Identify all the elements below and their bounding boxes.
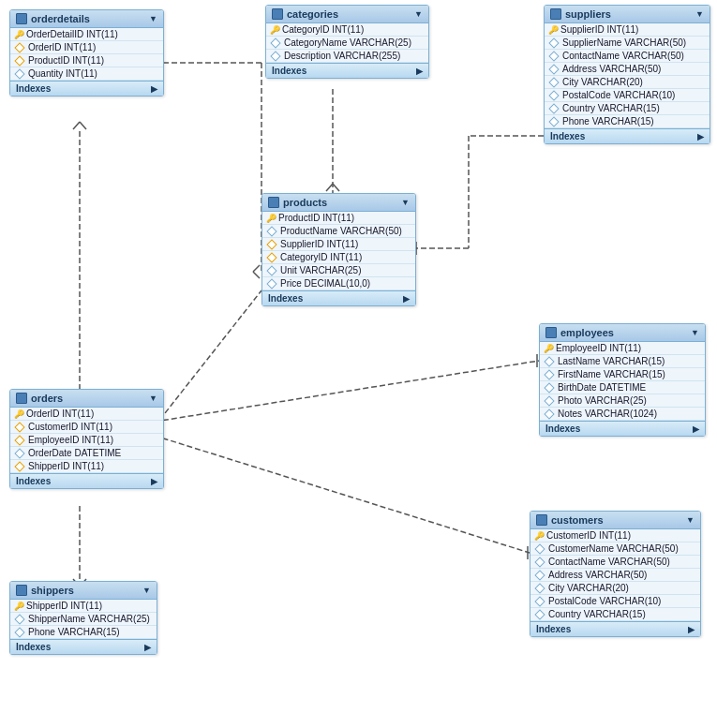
table-employees[interactable]: employees ▼ 🔑 EmployeeID INT(11) LastNam… <box>539 323 706 437</box>
diamond-icon-country-sup <box>548 103 559 113</box>
fk-icon-supplierid-prod <box>266 239 276 249</box>
svg-line-17 <box>155 290 261 426</box>
indexes-employees[interactable]: Indexes ▶ <box>540 421 705 436</box>
indexes-customers[interactable]: Indexes ▶ <box>530 621 700 636</box>
header-arrow-categories: ▼ <box>414 9 423 19</box>
header-arrow-employees: ▼ <box>691 328 699 337</box>
indexes-products[interactable]: Indexes ▶ <box>262 290 415 305</box>
diamond-icon-shippername <box>14 614 24 624</box>
field-phone-ship: Phone VARCHAR(15) <box>10 626 157 639</box>
svg-line-14 <box>80 122 86 129</box>
field-city-sup: City VARCHAR(20) <box>545 76 710 89</box>
key-icon-supplierid: 🔑 <box>548 25 558 35</box>
table-products[interactable]: products ▼ 🔑 ProductID INT(11) ProductNa… <box>261 193 416 306</box>
key-icon-orderid-ord: 🔑 <box>14 409 23 419</box>
svg-line-10 <box>253 265 260 272</box>
diamond-icon-city-cust <box>534 583 545 593</box>
field-contactname-sup: ContactName VARCHAR(50) <box>545 50 710 63</box>
diamond-icon-contactname-cust <box>534 557 545 567</box>
key-icon-orderdetailid: 🔑 <box>14 30 23 39</box>
field-productname: ProductName VARCHAR(50) <box>262 225 415 238</box>
diamond-icon-country-cust <box>534 609 545 619</box>
table-name-employees: employees <box>560 327 614 338</box>
table-icon-shippers <box>16 585 27 596</box>
field-customerid-cust: 🔑 CustomerID INT(11) <box>530 529 700 542</box>
indexes-arrow-shippers: ▶ <box>144 643 151 652</box>
field-price-prod: Price DECIMAL(10,0) <box>262 277 415 290</box>
table-header-employees: employees ▼ <box>540 324 705 342</box>
diamond-icon-postalcode-sup <box>548 90 559 100</box>
field-country-sup: Country VARCHAR(15) <box>545 102 710 115</box>
field-description-cat: Description VARCHAR(255) <box>266 50 428 63</box>
fk-icon-orderid-od <box>14 42 24 52</box>
indexes-orders[interactable]: Indexes ▶ <box>10 473 163 488</box>
field-orderdate-ord: OrderDate DATETIME <box>10 447 163 460</box>
diamond-icon-lastname-emp <box>544 356 554 366</box>
indexes-arrow-suppliers: ▶ <box>697 132 704 141</box>
svg-line-20 <box>155 436 530 553</box>
table-orders[interactable]: orders ▼ 🔑 OrderID INT(11) CustomerID IN… <box>9 389 164 489</box>
field-categoryname: CategoryName VARCHAR(25) <box>266 37 428 50</box>
table-name-customers: customers <box>551 514 604 526</box>
fk-icon-productid-od <box>14 55 24 66</box>
field-employeeid-ord: EmployeeID INT(11) <box>10 434 163 447</box>
diamond-icon-photo-emp <box>544 395 554 406</box>
header-arrow-customers: ▼ <box>686 515 695 525</box>
field-birthdate-emp: BirthDate DATETIME <box>540 381 705 394</box>
indexes-arrow-orderdetails: ▶ <box>151 84 157 94</box>
field-unit-prod: Unit VARCHAR(25) <box>262 264 415 277</box>
diamond-icon-city-sup <box>548 77 559 87</box>
header-arrow-shippers: ▼ <box>142 586 151 595</box>
table-header-shippers: shippers ▼ <box>10 582 157 600</box>
field-customername-cust: CustomerName VARCHAR(50) <box>530 542 700 556</box>
svg-line-2 <box>333 184 339 191</box>
key-icon-employeeid: 🔑 <box>544 344 553 353</box>
table-header-orderdetails: orderdetails ▼ <box>10 10 163 28</box>
diamond-icon-firstname-emp <box>544 369 554 379</box>
svg-line-11 <box>253 272 260 278</box>
diamond-icon-notes-emp <box>544 409 554 419</box>
header-arrow-orderdetails: ▼ <box>149 14 157 23</box>
table-icon-orderdetails <box>16 13 27 24</box>
indexes-arrow-employees: ▶ <box>693 424 699 434</box>
diamond-icon-contactname-sup <box>548 51 559 61</box>
diamond-icon-productname <box>266 226 276 236</box>
field-phone-sup: Phone VARCHAR(15) <box>545 115 710 128</box>
indexes-arrow-customers: ▶ <box>688 625 695 634</box>
field-customerid-ord: CustomerID INT(11) <box>10 421 163 434</box>
svg-line-1 <box>326 184 333 191</box>
indexes-suppliers[interactable]: Indexes ▶ <box>545 128 710 143</box>
indexes-categories[interactable]: Indexes ▶ <box>266 63 428 78</box>
indexes-orderdetails[interactable]: Indexes ▶ <box>10 81 163 96</box>
field-notes-emp: Notes VARCHAR(1024) <box>540 408 705 421</box>
diamond-icon-phone-ship <box>14 627 24 637</box>
field-contactname-cust: ContactName VARCHAR(50) <box>530 556 700 569</box>
key-icon-customerid-cust: 🔑 <box>534 531 544 541</box>
diamond-icon-orderdate-ord <box>14 448 24 458</box>
table-icon-suppliers <box>550 8 561 20</box>
table-name-products: products <box>283 197 327 208</box>
field-address-sup: Address VARCHAR(50) <box>545 63 710 76</box>
table-icon-categories <box>272 8 283 20</box>
key-icon-shipperid-ship: 🔑 <box>14 602 23 611</box>
table-orderdetails[interactable]: orderdetails ▼ 🔑 OrderDetailID INT(11) O… <box>9 9 164 97</box>
field-categoryid-prod: CategoryID INT(11) <box>262 251 415 264</box>
field-productid: 🔑 ProductID INT(11) <box>262 212 415 225</box>
diamond-icon-description-cat <box>270 51 280 61</box>
diamond-icon-postalcode-cust <box>534 596 545 606</box>
diamond-icon-price-prod <box>266 278 276 289</box>
key-icon-categoryid: 🔑 <box>270 25 279 35</box>
diamond-icon-phone-sup <box>548 116 559 126</box>
table-categories[interactable]: categories ▼ 🔑 CategoryID INT(11) Catego… <box>265 5 429 79</box>
table-shippers[interactable]: shippers ▼ 🔑 ShipperID INT(11) ShipperNa… <box>9 581 157 655</box>
table-header-customers: customers ▼ <box>530 512 700 529</box>
field-address-cust: Address VARCHAR(50) <box>530 569 700 582</box>
field-employeeid: 🔑 EmployeeID INT(11) <box>540 342 705 355</box>
table-customers[interactable]: customers ▼ 🔑 CustomerID INT(11) Custome… <box>530 511 701 637</box>
table-suppliers[interactable]: suppliers ▼ 🔑 SupplierID INT(11) Supplie… <box>544 5 710 144</box>
indexes-shippers[interactable]: Indexes ▶ <box>10 639 157 654</box>
table-name-shippers: shippers <box>31 585 74 596</box>
table-name-orders: orders <box>31 393 63 404</box>
field-orderdetailid: 🔑 OrderDetailID INT(11) <box>10 28 163 41</box>
field-postalcode-sup: PostalCode VARCHAR(10) <box>545 89 710 102</box>
